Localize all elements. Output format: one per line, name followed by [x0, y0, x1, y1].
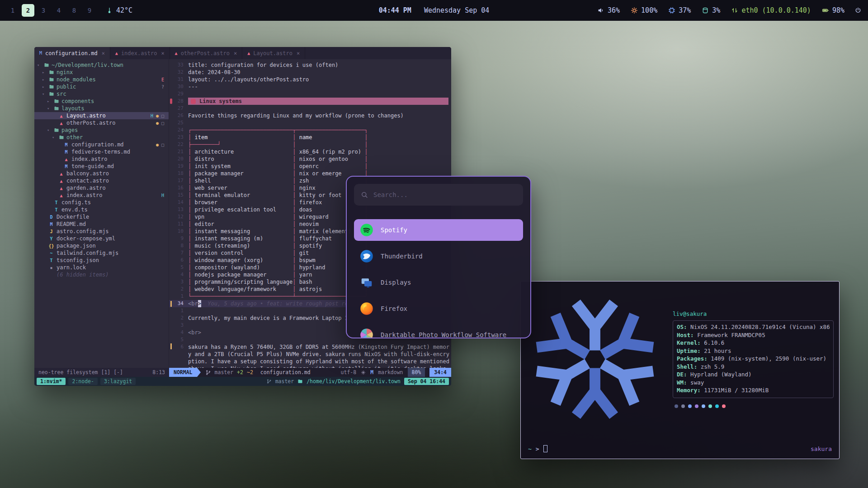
tree-expander: [57, 142, 63, 147]
tree-item[interactable]: ▲balcony.astro: [34, 170, 169, 177]
close-tab-button[interactable]: ×: [234, 50, 237, 56]
workspace-button-1[interactable]: 1: [6, 4, 19, 17]
prompt-path: ~: [528, 446, 532, 452]
statusline-os-icon: [361, 368, 366, 377]
tab-otherPost.astro[interactable]: ▲otherPost.astro×: [170, 47, 243, 59]
tree-item[interactable]: DDockerfile: [34, 213, 169, 221]
workspace-button-2[interactable]: 2: [22, 4, 34, 17]
module-memory[interactable]: 37%: [668, 6, 691, 14]
tree-item[interactable]: ▾pages: [34, 127, 169, 134]
tsjson-file-icon: T: [48, 258, 55, 263]
table-border: │: [188, 278, 191, 286]
tree-item[interactable]: Tenv.d.ts: [34, 206, 169, 213]
close-tab-button[interactable]: ×: [161, 50, 164, 56]
tree-item[interactable]: ▸components: [34, 98, 169, 105]
search-input[interactable]: [373, 191, 517, 198]
tree-item[interactable]: ▲index.astroH: [34, 192, 169, 199]
tree-item[interactable]: Ttsconfig.json: [34, 257, 169, 264]
tree-item[interactable]: ▸public?: [34, 83, 169, 90]
tree-item[interactable]: Ydocker-compose.yml: [34, 235, 169, 242]
close-tab-button[interactable]: ×: [297, 50, 300, 56]
fetch-info-value: NixOS 24.11.20240828.71e91c4 (Vicuna) x8…: [690, 324, 830, 330]
tree-item[interactable]: MREADME.md: [34, 221, 169, 228]
tree-item[interactable]: Mconfiguration.md●□: [34, 141, 169, 148]
tab-configuration.md[interactable]: Mconfiguration.md×: [34, 47, 110, 59]
tree-item[interactable]: {}package.json: [34, 242, 169, 249]
tree-item[interactable]: ▲garden.astro: [34, 184, 169, 192]
tree-item[interactable]: ▲otherPost.astro●□: [34, 119, 169, 127]
tree-item[interactable]: (6 hidden items): [34, 271, 169, 278]
tree-item[interactable]: ▪yarn.lock: [34, 264, 169, 271]
fetch-info-value: Hyprland (Wayland): [690, 371, 751, 378]
tree-item[interactable]: Jastro.config.mjs: [34, 228, 169, 235]
tab-Layout.astro[interactable]: ▲Layout.astro×: [242, 47, 305, 59]
tree-item-badges: H●□: [151, 113, 164, 118]
tree-item[interactable]: ▾layouts: [34, 105, 169, 112]
tree-item[interactable]: Mtone-guide.md: [34, 163, 169, 170]
fetch-info-row: Kernel: 6.10.6: [677, 339, 830, 347]
neotree-cursor-pos: 8:13: [152, 369, 165, 375]
table-cell: nixos or gentoo: [296, 155, 364, 163]
module-battery[interactable]: 98%: [822, 6, 844, 14]
tmux-path: /home/liv/Development/liv.town: [307, 378, 401, 385]
tmux-window[interactable]: 3:lazygit: [100, 378, 136, 385]
tree-item[interactable]: ▾src: [34, 90, 169, 98]
workspace-button-8[interactable]: 8: [68, 4, 80, 17]
workspace-button-9[interactable]: 9: [83, 4, 96, 17]
tree-item[interactable]: ▸nginx: [34, 69, 169, 76]
clock[interactable]: 04:44 PM Wednesday Sep 04: [379, 6, 490, 14]
launcher-item-spotify[interactable]: Spotify: [354, 219, 523, 241]
module-volume[interactable]: 36%: [597, 6, 620, 14]
editor-text: title: configuration for devices i use (…: [188, 61, 338, 69]
tree-item[interactable]: ▲Layout.astroH●□: [34, 112, 169, 119]
module-disk[interactable]: 3%: [702, 6, 720, 14]
launcher-item-firefox[interactable]: Firefox: [354, 298, 523, 319]
workspace-button-4[interactable]: 4: [52, 4, 65, 17]
fetch-terminal-window[interactable]: liv@sakura OS: NixOS 24.11.20240828.71e9…: [520, 281, 840, 459]
table-cell: item: [191, 134, 292, 141]
table-border: │: [364, 155, 368, 163]
close-tab-button[interactable]: ×: [102, 50, 105, 56]
tmux-window[interactable]: 2:node-: [68, 378, 97, 385]
tree-item[interactable]: ▾~/Development/liv.town: [34, 61, 169, 69]
tree-item[interactable]: ▸node_modulesE: [34, 76, 169, 83]
line-number: 15: [173, 192, 188, 199]
tree-item[interactable]: ▲index.astro: [34, 155, 169, 163]
git-change-sign: [170, 301, 172, 307]
fetch-info-label: WM:: [677, 379, 690, 386]
tree-expander: [42, 236, 48, 241]
tmux-windows: 1:nvim*2:node-3:lazygit: [37, 378, 136, 385]
folder-icon: [53, 99, 60, 104]
module-network[interactable]: eth0 (10.0.0.140): [731, 6, 811, 14]
tree-expander: [42, 229, 48, 234]
module-cpu[interactable]: 100%: [631, 6, 657, 14]
table-cell: instant messaging (m): [191, 235, 292, 242]
tree-expander: ▾: [37, 63, 43, 67]
tree-item[interactable]: Tconfig.ts: [34, 199, 169, 206]
tmux-window[interactable]: 1:nvim*: [37, 378, 66, 385]
palette-dot: [681, 404, 685, 408]
tree-item[interactable]: ▲contact.astro: [34, 177, 169, 184]
launcher-item-thunderbird[interactable]: Thunderbird: [354, 245, 523, 267]
temperature-module[interactable]: 42°C: [106, 6, 132, 14]
editor-line: 27: [169, 105, 451, 112]
tab-label: otherPost.astro: [181, 50, 230, 56]
power-button[interactable]: [854, 7, 862, 14]
tree-item-badges: ?: [161, 84, 164, 89]
tree-item[interactable]: Mfediverse-terms.md: [34, 148, 169, 155]
tree-item[interactable]: ▾other: [34, 134, 169, 141]
cursor-position: 34:4: [429, 368, 451, 377]
tree-item[interactable]: ~tailwind.config.mjs: [34, 249, 169, 257]
tab-index.astro[interactable]: ▲index.astro×: [110, 47, 170, 59]
launcher-item-darktable[interactable]: Darktable Photo Workflow Software: [354, 324, 523, 338]
table-border: │: [292, 184, 296, 192]
launcher-search[interactable]: [354, 184, 523, 206]
astro-file-icon: ▲: [58, 113, 65, 118]
editor-line: 26Favorite things regarding Linux and my…: [169, 112, 451, 119]
launcher-item-displays[interactable]: Displays: [354, 272, 523, 293]
tree-expander: [52, 113, 58, 118]
heading-text: Linux systems: [199, 98, 242, 105]
file-tree[interactable]: ▾~/Development/liv.town▸nginx▸node_modul…: [34, 59, 169, 368]
workspace-button-3[interactable]: 3: [37, 4, 50, 17]
table-border: │: [188, 155, 191, 163]
